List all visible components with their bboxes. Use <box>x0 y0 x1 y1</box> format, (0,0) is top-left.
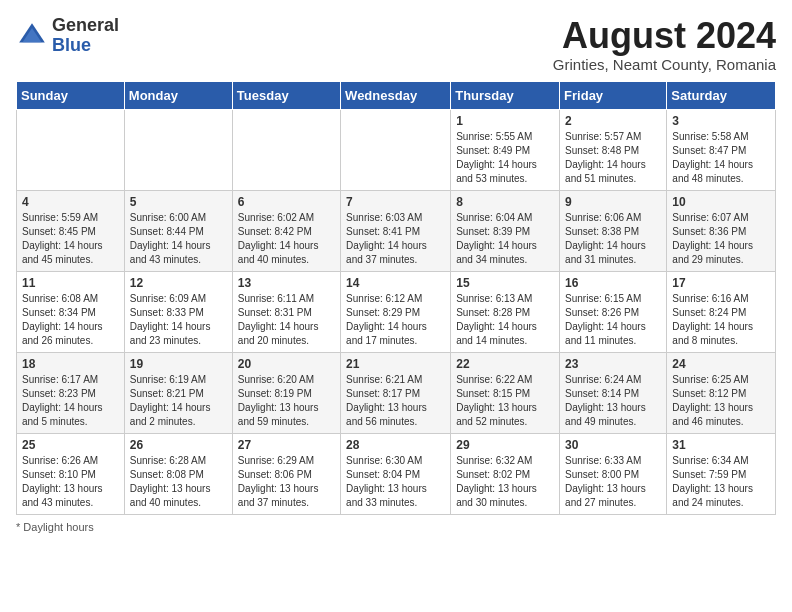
day-info: Sunrise: 6:21 AMSunset: 8:17 PMDaylight:… <box>346 373 445 429</box>
day-info: Sunrise: 6:25 AMSunset: 8:12 PMDaylight:… <box>672 373 770 429</box>
title-block: August 2024 Grinties, Neamt County, Roma… <box>553 16 776 73</box>
calendar-cell: 11Sunrise: 6:08 AMSunset: 8:34 PMDayligh… <box>17 271 125 352</box>
calendar-table: SundayMondayTuesdayWednesdayThursdayFrid… <box>16 81 776 515</box>
day-info: Sunrise: 6:15 AMSunset: 8:26 PMDaylight:… <box>565 292 661 348</box>
calendar-cell: 20Sunrise: 6:20 AMSunset: 8:19 PMDayligh… <box>232 352 340 433</box>
calendar-cell: 26Sunrise: 6:28 AMSunset: 8:08 PMDayligh… <box>124 433 232 514</box>
day-number: 1 <box>456 114 554 128</box>
day-number: 8 <box>456 195 554 209</box>
day-info: Sunrise: 6:30 AMSunset: 8:04 PMDaylight:… <box>346 454 445 510</box>
day-info: Sunrise: 5:59 AMSunset: 8:45 PMDaylight:… <box>22 211 119 267</box>
calendar-cell: 12Sunrise: 6:09 AMSunset: 8:33 PMDayligh… <box>124 271 232 352</box>
day-number: 18 <box>22 357 119 371</box>
day-info: Sunrise: 6:34 AMSunset: 7:59 PMDaylight:… <box>672 454 770 510</box>
calendar-cell: 25Sunrise: 6:26 AMSunset: 8:10 PMDayligh… <box>17 433 125 514</box>
calendar-cell: 18Sunrise: 6:17 AMSunset: 8:23 PMDayligh… <box>17 352 125 433</box>
day-info: Sunrise: 6:29 AMSunset: 8:06 PMDaylight:… <box>238 454 335 510</box>
day-info: Sunrise: 6:00 AMSunset: 8:44 PMDaylight:… <box>130 211 227 267</box>
day-number: 26 <box>130 438 227 452</box>
day-info: Sunrise: 6:11 AMSunset: 8:31 PMDaylight:… <box>238 292 335 348</box>
day-info: Sunrise: 6:26 AMSunset: 8:10 PMDaylight:… <box>22 454 119 510</box>
footer-note: * Daylight hours <box>16 521 776 533</box>
logo-blue: Blue <box>52 35 91 55</box>
calendar-cell: 30Sunrise: 6:33 AMSunset: 8:00 PMDayligh… <box>560 433 667 514</box>
calendar-cell: 19Sunrise: 6:19 AMSunset: 8:21 PMDayligh… <box>124 352 232 433</box>
day-number: 23 <box>565 357 661 371</box>
calendar-header-wednesday: Wednesday <box>341 81 451 109</box>
day-number: 14 <box>346 276 445 290</box>
calendar-cell: 27Sunrise: 6:29 AMSunset: 8:06 PMDayligh… <box>232 433 340 514</box>
day-info: Sunrise: 6:28 AMSunset: 8:08 PMDaylight:… <box>130 454 227 510</box>
day-info: Sunrise: 6:13 AMSunset: 8:28 PMDaylight:… <box>456 292 554 348</box>
day-number: 10 <box>672 195 770 209</box>
calendar-week-row: 1Sunrise: 5:55 AMSunset: 8:49 PMDaylight… <box>17 109 776 190</box>
calendar-week-row: 25Sunrise: 6:26 AMSunset: 8:10 PMDayligh… <box>17 433 776 514</box>
day-info: Sunrise: 6:24 AMSunset: 8:14 PMDaylight:… <box>565 373 661 429</box>
day-info: Sunrise: 6:02 AMSunset: 8:42 PMDaylight:… <box>238 211 335 267</box>
calendar-cell <box>124 109 232 190</box>
calendar-cell: 10Sunrise: 6:07 AMSunset: 8:36 PMDayligh… <box>667 190 776 271</box>
day-number: 27 <box>238 438 335 452</box>
day-info: Sunrise: 6:12 AMSunset: 8:29 PMDaylight:… <box>346 292 445 348</box>
calendar-cell: 22Sunrise: 6:22 AMSunset: 8:15 PMDayligh… <box>451 352 560 433</box>
day-number: 29 <box>456 438 554 452</box>
calendar-cell: 21Sunrise: 6:21 AMSunset: 8:17 PMDayligh… <box>341 352 451 433</box>
day-number: 12 <box>130 276 227 290</box>
day-number: 30 <box>565 438 661 452</box>
calendar-week-row: 4Sunrise: 5:59 AMSunset: 8:45 PMDaylight… <box>17 190 776 271</box>
day-number: 17 <box>672 276 770 290</box>
calendar-cell <box>17 109 125 190</box>
day-number: 9 <box>565 195 661 209</box>
calendar-cell: 5Sunrise: 6:00 AMSunset: 8:44 PMDaylight… <box>124 190 232 271</box>
calendar-cell: 7Sunrise: 6:03 AMSunset: 8:41 PMDaylight… <box>341 190 451 271</box>
page-header: General Blue August 2024 Grinties, Neamt… <box>16 16 776 73</box>
calendar-cell: 2Sunrise: 5:57 AMSunset: 8:48 PMDaylight… <box>560 109 667 190</box>
day-info: Sunrise: 6:09 AMSunset: 8:33 PMDaylight:… <box>130 292 227 348</box>
calendar-cell <box>232 109 340 190</box>
calendar-cell: 16Sunrise: 6:15 AMSunset: 8:26 PMDayligh… <box>560 271 667 352</box>
calendar-cell: 3Sunrise: 5:58 AMSunset: 8:47 PMDaylight… <box>667 109 776 190</box>
day-info: Sunrise: 6:22 AMSunset: 8:15 PMDaylight:… <box>456 373 554 429</box>
day-number: 19 <box>130 357 227 371</box>
logo: General Blue <box>16 16 119 56</box>
calendar-cell: 31Sunrise: 6:34 AMSunset: 7:59 PMDayligh… <box>667 433 776 514</box>
calendar-cell: 6Sunrise: 6:02 AMSunset: 8:42 PMDaylight… <box>232 190 340 271</box>
day-number: 7 <box>346 195 445 209</box>
calendar-cell: 23Sunrise: 6:24 AMSunset: 8:14 PMDayligh… <box>560 352 667 433</box>
day-info: Sunrise: 5:58 AMSunset: 8:47 PMDaylight:… <box>672 130 770 186</box>
day-number: 28 <box>346 438 445 452</box>
day-info: Sunrise: 5:57 AMSunset: 8:48 PMDaylight:… <box>565 130 661 186</box>
calendar-header-sunday: Sunday <box>17 81 125 109</box>
day-number: 31 <box>672 438 770 452</box>
day-number: 25 <box>22 438 119 452</box>
logo-icon <box>16 20 48 52</box>
day-info: Sunrise: 6:07 AMSunset: 8:36 PMDaylight:… <box>672 211 770 267</box>
day-info: Sunrise: 6:32 AMSunset: 8:02 PMDaylight:… <box>456 454 554 510</box>
calendar-cell: 9Sunrise: 6:06 AMSunset: 8:38 PMDaylight… <box>560 190 667 271</box>
day-number: 13 <box>238 276 335 290</box>
day-number: 21 <box>346 357 445 371</box>
calendar-header-thursday: Thursday <box>451 81 560 109</box>
calendar-header-monday: Monday <box>124 81 232 109</box>
calendar-cell: 28Sunrise: 6:30 AMSunset: 8:04 PMDayligh… <box>341 433 451 514</box>
day-number: 3 <box>672 114 770 128</box>
logo-text: General Blue <box>52 16 119 56</box>
calendar-cell: 24Sunrise: 6:25 AMSunset: 8:12 PMDayligh… <box>667 352 776 433</box>
day-info: Sunrise: 6:20 AMSunset: 8:19 PMDaylight:… <box>238 373 335 429</box>
day-info: Sunrise: 6:19 AMSunset: 8:21 PMDaylight:… <box>130 373 227 429</box>
calendar-cell: 1Sunrise: 5:55 AMSunset: 8:49 PMDaylight… <box>451 109 560 190</box>
calendar-cell: 17Sunrise: 6:16 AMSunset: 8:24 PMDayligh… <box>667 271 776 352</box>
day-info: Sunrise: 6:16 AMSunset: 8:24 PMDaylight:… <box>672 292 770 348</box>
calendar-cell: 8Sunrise: 6:04 AMSunset: 8:39 PMDaylight… <box>451 190 560 271</box>
day-number: 20 <box>238 357 335 371</box>
calendar-cell: 4Sunrise: 5:59 AMSunset: 8:45 PMDaylight… <box>17 190 125 271</box>
day-number: 6 <box>238 195 335 209</box>
day-info: Sunrise: 6:03 AMSunset: 8:41 PMDaylight:… <box>346 211 445 267</box>
calendar-cell: 14Sunrise: 6:12 AMSunset: 8:29 PMDayligh… <box>341 271 451 352</box>
day-number: 5 <box>130 195 227 209</box>
calendar-cell: 13Sunrise: 6:11 AMSunset: 8:31 PMDayligh… <box>232 271 340 352</box>
day-number: 22 <box>456 357 554 371</box>
day-info: Sunrise: 6:04 AMSunset: 8:39 PMDaylight:… <box>456 211 554 267</box>
calendar-header-tuesday: Tuesday <box>232 81 340 109</box>
day-info: Sunrise: 6:33 AMSunset: 8:00 PMDaylight:… <box>565 454 661 510</box>
